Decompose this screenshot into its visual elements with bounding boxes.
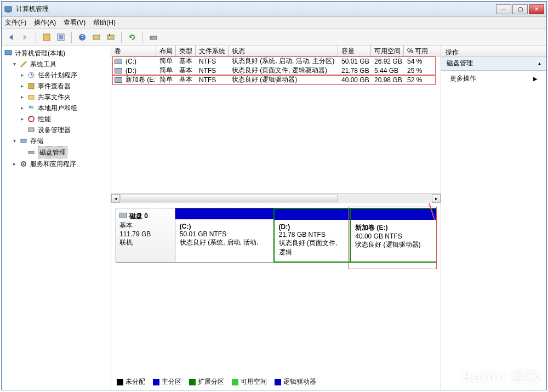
svg-point-23: [23, 163, 25, 165]
tree-systools[interactable]: ▾系统工具: [12, 59, 110, 70]
toolbar-icon[interactable]: [41, 31, 53, 43]
svg-rect-15: [28, 95, 34, 99]
actions-section[interactable]: 磁盘管理 ▴: [441, 56, 546, 71]
refresh-icon[interactable]: [126, 31, 138, 43]
users-icon: [27, 104, 36, 112]
volume-row[interactable]: 新加卷 (E:)简单基本NTFS状态良好 (逻辑驱动器)40.00 GB20.9…: [111, 75, 441, 84]
forward-button[interactable]: [19, 31, 31, 43]
col-layout[interactable]: 布局: [156, 46, 176, 56]
col-pctfree[interactable]: % 可用: [404, 46, 431, 56]
scroll-right-button[interactable]: ▸: [432, 194, 441, 203]
menu-view[interactable]: 查看(V): [64, 18, 85, 27]
svg-point-17: [31, 106, 34, 109]
legend-swatch: [117, 379, 123, 385]
disk-row[interactable]: 磁盘 0 基本 111.79 GB 联机 (C:) 50.01 GB NTFS …: [116, 208, 436, 263]
actions-more[interactable]: 更多操作 ▶: [441, 71, 546, 87]
legend-swatch: [232, 379, 238, 385]
toolbar-icon[interactable]: [90, 31, 102, 43]
chevron-right-icon: ▶: [533, 76, 538, 82]
device-icon: [27, 126, 36, 134]
legend-swatch: [189, 379, 196, 385]
svg-rect-1: [7, 12, 10, 13]
svg-rect-9: [109, 34, 110, 36]
menu-help[interactable]: 帮助(H): [93, 18, 116, 27]
horizontal-scrollbar[interactable]: ◂ ▸: [111, 194, 441, 203]
svg-rect-19: [28, 128, 34, 132]
minimize-button[interactable]: ─: [496, 4, 511, 14]
scroll-thumb[interactable]: [121, 195, 338, 202]
col-filesystem[interactable]: 文件系统: [196, 46, 229, 56]
svg-rect-0: [5, 7, 12, 12]
disk-icon: [119, 213, 127, 218]
services-icon: [19, 160, 28, 168]
col-type[interactable]: 类型: [176, 46, 196, 56]
partition-e[interactable]: 新加卷 (E:) 40.00 GB NTFS 状态良好 (逻辑驱动器): [350, 208, 436, 263]
tree-root[interactable]: 计算机管理(本地): [4, 48, 110, 59]
tree-shared[interactable]: ▸共享文件夹: [19, 92, 110, 103]
tree-services[interactable]: ▸服务和应用程序: [12, 158, 110, 169]
svg-point-11: [151, 37, 152, 38]
tree-performance[interactable]: ▸性能: [19, 113, 110, 124]
svg-rect-20: [21, 139, 26, 143]
folder-icon: [27, 93, 36, 101]
volume-header: 卷 布局 类型 文件系统 状态 容量 可用空间 % 可用: [111, 46, 441, 56]
tree-diskmgmt[interactable]: 磁盘管理: [19, 146, 110, 158]
clock-icon: [27, 71, 36, 79]
legend-swatch: [153, 379, 159, 385]
volume-list: 卷 布局 类型 文件系统 状态 容量 可用空间 % 可用 (C:)简单基本NTF…: [111, 46, 441, 194]
disk-legend: 未分配 主分区 扩展分区 可用空间 逻辑驱动器: [117, 377, 316, 387]
tree-localusers[interactable]: ▸本地用户和组: [19, 103, 110, 113]
svg-rect-12: [5, 50, 12, 55]
toolbar-icon[interactable]: [147, 31, 159, 43]
menu-bar: 文件(F) 操作(A) 查看(V) 帮助(H): [2, 17, 546, 29]
svg-rect-21: [28, 151, 34, 154]
svg-rect-2: [43, 34, 50, 41]
svg-rect-14: [28, 83, 34, 89]
partition-c[interactable]: (C:) 50.01 GB NTFS 状态良好 (系统, 启动, 活动,: [175, 208, 274, 262]
legend-swatch: [275, 379, 281, 385]
event-icon: [27, 82, 36, 90]
toolbar: ?: [2, 29, 546, 46]
toolbar-icon[interactable]: [55, 31, 67, 43]
computer-icon: [4, 49, 13, 58]
toolbar-icon[interactable]: [105, 31, 117, 43]
actions-pane: 操作 磁盘管理 ▴ 更多操作 ▶: [441, 46, 546, 390]
svg-rect-7: [93, 35, 100, 39]
disk-info[interactable]: 磁盘 0 基本 111.79 GB 联机: [116, 208, 175, 262]
help-icon[interactable]: ?: [76, 31, 88, 43]
menu-file[interactable]: 文件(F): [5, 18, 26, 27]
scroll-left-button[interactable]: ◂: [111, 194, 120, 203]
tree-taskscheduler[interactable]: ▸任务计划程序: [19, 70, 110, 81]
tree-storage[interactable]: ▾存储: [12, 135, 110, 146]
col-volume[interactable]: 卷: [111, 46, 156, 56]
app-window: 计算机管理 ─ ▢ ✕ 文件(F) 操作(A) 查看(V) 帮助(H) ?: [1, 1, 547, 390]
svg-rect-8: [107, 35, 114, 39]
menu-action[interactable]: 操作(A): [34, 18, 56, 27]
tree-devicemgr[interactable]: 设备管理器: [19, 124, 110, 135]
tree-eventviewer[interactable]: ▸事件查看器: [19, 81, 110, 92]
col-free[interactable]: 可用空间: [371, 46, 404, 56]
title-bar[interactable]: 计算机管理 ─ ▢ ✕: [2, 2, 546, 17]
svg-rect-10: [150, 36, 157, 39]
navigation-tree: 计算机管理(本地) ▾系统工具 ▸任务计划程序 ▸事件查看器 ▸共享文件夹 ▸本…: [2, 46, 111, 390]
app-icon: [4, 5, 13, 14]
window-title: 计算机管理: [16, 4, 496, 14]
close-button[interactable]: ✕: [529, 4, 544, 14]
tools-icon: [19, 60, 28, 69]
disk-icon: [27, 148, 36, 157]
volume-row[interactable]: (C:)简单基本NTFS状态良好 (系统, 启动, 活动, 主分区)50.01 …: [111, 56, 441, 66]
back-button[interactable]: [5, 31, 17, 43]
col-status[interactable]: 状态: [229, 46, 338, 56]
disk-management-view: 卷 布局 类型 文件系统 状态 容量 可用空间 % 可用 (C:)简单基本NTF…: [111, 46, 441, 390]
watermark: Baidu 经验: [462, 367, 543, 387]
col-capacity[interactable]: 容量: [338, 46, 371, 56]
volume-row[interactable]: (D:)简单基本NTFS状态良好 (页面文件, 逻辑驱动器)21.78 GB5.…: [111, 66, 441, 75]
svg-text:?: ?: [81, 35, 84, 41]
svg-rect-4: [59, 35, 63, 39]
partition-d[interactable]: (D:) 21.78 GB NTFS 状态良好 (页面文件, 逻辑: [273, 208, 351, 263]
collapse-icon[interactable]: ▴: [538, 60, 541, 66]
perf-icon: [27, 115, 36, 123]
maximize-button[interactable]: ▢: [512, 4, 528, 14]
storage-icon: [19, 137, 28, 145]
disk-graphical-view: 磁盘 0 基本 111.79 GB 联机 (C:) 50.01 GB NTFS …: [111, 203, 441, 390]
